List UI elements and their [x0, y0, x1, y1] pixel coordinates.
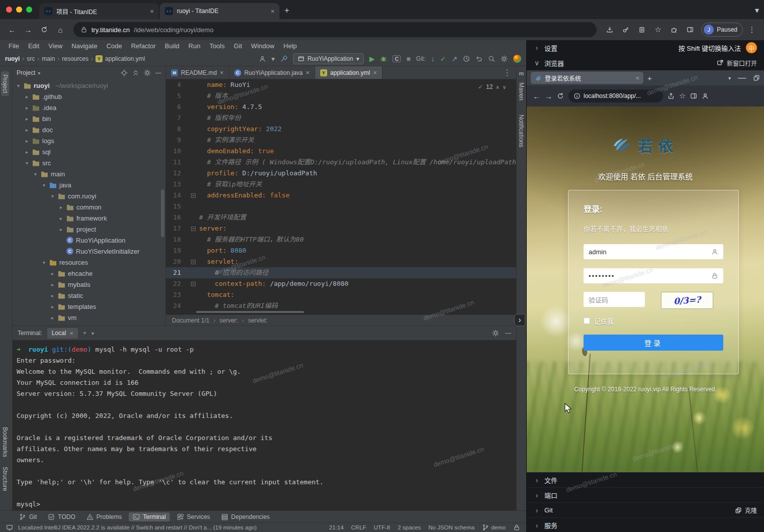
breadcrumb-resources[interactable]: resources: [62, 55, 88, 62]
readonly-lock-icon[interactable]: [513, 524, 520, 531]
menu-git[interactable]: Git: [229, 42, 247, 50]
tree-item-.github[interactable]: ▸.github: [13, 91, 165, 102]
close-icon[interactable]: ×: [373, 69, 377, 76]
project-scrollbar[interactable]: [161, 189, 164, 237]
new-terminal-button[interactable]: +: [83, 330, 86, 337]
tree-item-common[interactable]: ▸common: [13, 201, 165, 212]
coverage-button[interactable]: C: [393, 55, 401, 62]
tree-expand-icon[interactable]: ▸: [58, 227, 64, 232]
terminal-options-caret-icon[interactable]: ▾: [91, 331, 94, 336]
code-line-19[interactable]: 19 port: 8080: [166, 245, 516, 256]
close-icon[interactable]: ×: [270, 8, 274, 15]
toolwindow-button-git[interactable]: Git: [15, 512, 41, 521]
code-line-18[interactable]: 18 # 服务器的HTTP端口，默认为80: [166, 234, 516, 245]
embedded-address-bar[interactable]: localhost:8080/app/...: [568, 89, 663, 102]
breadcrumb-application.yml[interactable]: application.yml: [105, 55, 145, 62]
git-branch-widget[interactable]: demo: [482, 524, 506, 531]
tree-collapse-icon[interactable]: ▾: [41, 260, 47, 265]
embedded-browser-tab[interactable]: 登录若依系统 ×: [531, 72, 643, 84]
minimize-terminal-icon[interactable]: —: [505, 330, 511, 337]
section-settings[interactable]: › 设置 按 Shift 键切换输入法 中: [527, 40, 764, 55]
panel-expander-button[interactable]: ›: [514, 314, 525, 326]
run-button[interactable]: ▶: [369, 55, 375, 63]
event-log-icon[interactable]: [6, 524, 13, 531]
tree-item-ruoyi[interactable]: ▾ruoyi~/workspace/ruoyi: [13, 80, 165, 91]
code-line-13[interactable]: 13 # 获取ip地址开关: [166, 179, 516, 190]
terminal-settings-gear-icon[interactable]: [492, 330, 499, 337]
menu-edit[interactable]: Edit: [24, 42, 44, 50]
code-line-10[interactable]: 10 demoEnabled: true: [166, 146, 516, 157]
fold-marker[interactable]: −: [191, 227, 196, 231]
menu-window[interactable]: Window: [247, 42, 279, 50]
history-icon[interactable]: [463, 55, 470, 62]
git-update-icon[interactable]: ↓: [431, 55, 435, 63]
tree-item-framework[interactable]: ▸framework: [13, 212, 165, 224]
code-editor[interactable]: 4 name: RuoYi5 # 版本6 version: 4.7.57 # 版…: [166, 79, 516, 314]
install-app-icon[interactable]: [603, 23, 617, 37]
ide-settings-gear-icon[interactable]: [501, 55, 508, 62]
line-separator[interactable]: CRLF: [351, 524, 366, 530]
tree-expand-icon[interactable]: ▸: [58, 204, 64, 210]
close-icon[interactable]: ×: [220, 69, 224, 76]
captcha-input[interactable]: 验证码: [584, 292, 645, 307]
toolwindow-button-dependencies[interactable]: Dependencies: [217, 512, 274, 521]
fold-marker[interactable]: −: [191, 193, 196, 198]
menu-view[interactable]: View: [44, 42, 67, 50]
side-panel-icon[interactable]: [683, 23, 697, 37]
login-submit-button[interactable]: 登录: [584, 335, 723, 351]
tree-expand-icon[interactable]: ▸: [24, 149, 30, 155]
git-commit-icon[interactable]: ✓: [440, 55, 446, 63]
run-config-selector[interactable]: RuoYiApplication ▾: [293, 53, 364, 64]
tree-expand-icon[interactable]: ▸: [50, 293, 55, 298]
section-browser[interactable]: ∨ 浏览器 新窗口打开: [527, 55, 764, 70]
restore-icon[interactable]: [753, 74, 760, 81]
remember-me-checkbox[interactable]: [584, 317, 590, 324]
menu-run[interactable]: Run: [184, 42, 205, 50]
stop-button[interactable]: ■: [406, 55, 410, 63]
tree-item-doc[interactable]: ▸doc: [13, 124, 165, 135]
collaboration-icon[interactable]: [259, 55, 266, 62]
devtools-panel-icon[interactable]: [690, 92, 697, 99]
code-line-24[interactable]: 24 # tomcat的URI编码: [166, 300, 516, 311]
code-line-9[interactable]: 9 # 实例演示开关: [166, 135, 516, 146]
editor-hscrollbar[interactable]: [196, 311, 304, 313]
home-button[interactable]: ⌂: [53, 23, 67, 37]
breadcrumb-server[interactable]: server:: [220, 317, 238, 324]
tree-item-templates[interactable]: ▸templates: [13, 301, 165, 312]
forward-button[interactable]: →: [21, 23, 35, 37]
editor-tabs-menu-icon[interactable]: ⋮: [498, 66, 516, 79]
tool-stripe-notifications[interactable]: Notifications: [518, 115, 525, 147]
locate-file-icon[interactable]: [121, 69, 128, 76]
tool-stripe-bookmarks[interactable]: Bookmarks: [2, 427, 9, 457]
caret-position[interactable]: 21:14: [329, 524, 344, 530]
tree-item-vm[interactable]: ▸vm: [13, 312, 165, 323]
collapse-all-icon[interactable]: [132, 69, 139, 76]
profile-button[interactable]: J Paused: [701, 23, 743, 37]
tree-item-java[interactable]: ▾java: [13, 179, 165, 190]
search-everywhere-icon[interactable]: [488, 55, 495, 62]
new-tab-button[interactable]: +: [279, 6, 294, 19]
tree-item-static[interactable]: ▸static: [13, 290, 165, 301]
toolwindow-button-problems[interactable]: Problems: [82, 512, 126, 521]
forward-icon[interactable]: →: [545, 92, 552, 100]
code-line-16[interactable]: 16# 开发环境配置: [166, 212, 516, 223]
code-line-12[interactable]: 12 profile: D:/ruoyi/uploadPath: [166, 168, 516, 179]
tree-item-sql[interactable]: ▸sql: [13, 146, 165, 157]
address-bar[interactable]: try.titanide.cn/ide/web/coding/ruoyi/dem…: [73, 22, 597, 37]
project-title[interactable]: Project: [17, 69, 35, 76]
back-icon[interactable]: ←: [533, 92, 540, 100]
tree-expand-icon[interactable]: ▸: [24, 105, 30, 111]
refresh-icon[interactable]: [557, 92, 564, 99]
tree-item-project[interactable]: ▸project: [13, 224, 165, 235]
tree-expand-icon[interactable]: ▸: [24, 138, 30, 144]
inspections-widget[interactable]: ✓ 12 ∧ ∨: [478, 83, 506, 90]
section-文件[interactable]: ›文件: [527, 472, 764, 487]
refresh-button[interactable]: [37, 23, 51, 37]
embedded-new-tab-button[interactable]: +: [647, 74, 652, 82]
code-line-6[interactable]: 6 version: 4.7.5: [166, 101, 516, 113]
tree-collapse-icon[interactable]: ▾: [16, 83, 21, 88]
fold-marker[interactable]: −: [191, 282, 196, 286]
username-field[interactable]: admin: [584, 244, 723, 259]
indent-style[interactable]: 2 spaces: [398, 524, 421, 530]
tool-stripe-structure[interactable]: Structure: [2, 467, 9, 491]
